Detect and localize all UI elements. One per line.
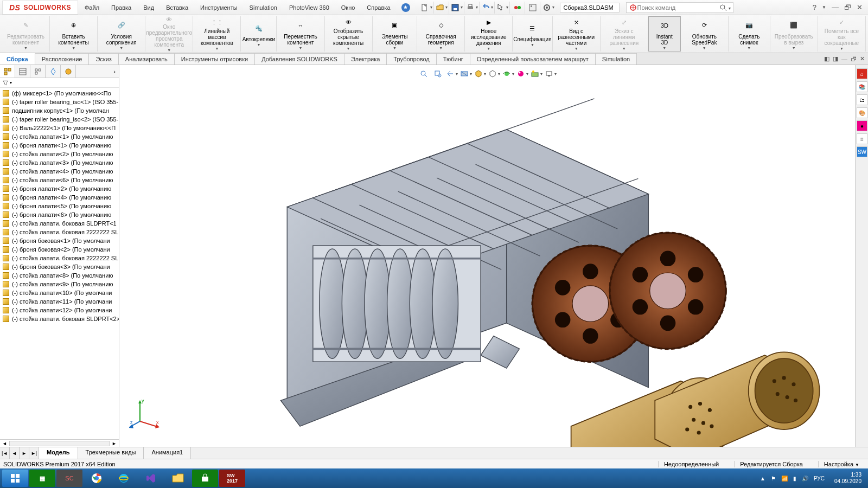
tree-item[interactable]: подшипник корпус<1> (По умолчан	[0, 106, 119, 115]
tree-item[interactable]: (-) броня лапати<6> (По умолчанию	[0, 210, 119, 219]
task-chrome-icon[interactable]	[84, 470, 110, 487]
motion-tab-анимация1[interactable]: Анимация1	[144, 447, 191, 459]
tree-item[interactable]: (-) стойка лапати<4> (По умолчанию	[0, 167, 119, 176]
menu-view[interactable]: Вид	[138, 2, 159, 13]
task-solidworks-icon[interactable]: SW2017	[219, 470, 245, 487]
ribbon-отобразить-скрытые-компон[interactable]: 👁Отобразить скрытые компоненты▼	[325, 16, 373, 52]
menu-help[interactable]: Справка	[361, 2, 395, 13]
feature-tree-tab[interactable]	[0, 65, 15, 78]
help-icon[interactable]: ★	[401, 3, 410, 12]
task-vs-icon[interactable]	[138, 470, 164, 487]
resources-tab-icon[interactable]: ⌂	[857, 68, 867, 79]
tree-item[interactable]: (-) стойка лапати<8> (По умолчанию	[0, 271, 119, 280]
ribbon-вставить-компоненты[interactable]: ⊕Вставить компоненты▼	[50, 16, 98, 52]
tree-item[interactable]: (-) стойка лапати<9> (По умолчанию	[0, 280, 119, 288]
system-tray[interactable]: ▲ ⚑ 📶 ▮ 🔊 РУС 1:33 04.09.2020	[760, 472, 866, 485]
task-app1-icon[interactable]: SC	[56, 470, 82, 487]
tab-добавления-solidworks[interactable]: Добавления SOLIDWORKS	[255, 53, 344, 65]
tab-simulation[interactable]: Simulation	[596, 53, 637, 65]
expand-panel-icon[interactable]: ›	[110, 65, 119, 78]
tree-item[interactable]: (-) стойка лапати. боковая 2222222 SLI	[0, 228, 119, 236]
ribbon-элементы-сборки[interactable]: ▣Элементы сборки▼	[373, 16, 418, 52]
ribbon-обновить-speedpak[interactable]: ⟳Обновить SpeedPak▼	[681, 16, 729, 52]
tree-item[interactable]: (-) стойка лапати<2> (По умолчанию	[0, 150, 119, 158]
tree-item[interactable]: (-) стойка лапати<6> (По умолчанию	[0, 176, 119, 184]
tab-тюбинг[interactable]: Тюбинг	[437, 53, 470, 65]
custom-props-icon[interactable]: ≡	[857, 133, 867, 144]
tray-volume-icon[interactable]: 🔊	[802, 476, 808, 481]
tab-prev-icon[interactable]: ◄	[10, 447, 20, 459]
motion-tab-модель[interactable]: Модель	[39, 447, 78, 459]
options-button[interactable]	[526, 2, 540, 14]
orientation-triad[interactable]: y x z	[129, 397, 162, 429]
tree-item[interactable]: (-) стойка лапати<12> (По умолчани	[0, 306, 119, 314]
ribbon-вид-с-разнесенными-частям[interactable]: ⤧Вид с разнесенными частями▼	[553, 16, 601, 52]
ribbon-автокрепежи[interactable]: 🔩Автокрепежи▼	[241, 16, 277, 52]
task-explorer-icon[interactable]	[165, 470, 191, 487]
tree-item[interactable]: (-) taper roller bearing_iso<1> (ISO 355…	[0, 98, 119, 106]
menu-window[interactable]: Окно	[336, 2, 361, 13]
config-manager-tab[interactable]	[30, 65, 46, 78]
tray-clock[interactable]: 1:33 04.09.2020	[830, 472, 866, 485]
tab-first-icon[interactable]: |◄	[0, 447, 10, 459]
menu-tools[interactable]: Инструменты	[195, 2, 243, 13]
tree-item[interactable]: (-) стойка лапати<10> (По умолчани	[0, 288, 119, 297]
scroll-right-icon[interactable]: ►	[110, 441, 119, 446]
search-dropdown-icon[interactable]	[727, 4, 731, 11]
scroll-left-icon[interactable]: ◄	[0, 441, 9, 446]
undo-button[interactable]	[481, 2, 495, 14]
search-icon[interactable]	[719, 3, 727, 12]
tab-next-icon[interactable]: ►	[20, 447, 29, 459]
tree-item[interactable]: (-) броня лапати<1> (По умолчанию	[0, 141, 119, 150]
ribbon-условия-сопряжения[interactable]: 🔗Условия сопряжения▼	[98, 16, 145, 52]
tree-item[interactable]: (-) стойка лапати. боковая SLDPRT<1	[0, 219, 119, 228]
tab-электрика[interactable]: Электрика	[344, 53, 387, 65]
new-doc-button[interactable]	[420, 2, 434, 14]
tree-item[interactable]: (-) броня боковая<3> (По умолчани	[0, 262, 119, 271]
ribbon-линейный-массив-компонент[interactable]: ⋮⋮Линейный массив компонентов▼	[193, 16, 241, 52]
start-button[interactable]	[2, 470, 28, 487]
status-custom[interactable]: Настройка ▼	[818, 461, 865, 467]
open-doc-button[interactable]	[435, 2, 449, 14]
property-manager-tab[interactable]	[15, 65, 30, 78]
menu-insert[interactable]: Вставка	[161, 2, 194, 13]
ribbon-спецификация[interactable]: ☰Спецификация▼	[513, 16, 552, 52]
ribbon-переместить-компонент[interactable]: ↔Переместить компонент▼	[277, 16, 324, 52]
tab-эскиз[interactable]: Эскиз	[89, 53, 118, 65]
appearance-tab[interactable]	[61, 65, 76, 78]
task-excel-icon[interactable]: ▦	[29, 470, 55, 487]
tab-last-icon[interactable]: ►|	[29, 447, 39, 459]
tab-сборка[interactable]: Сборка	[0, 53, 35, 65]
ribbon-новое-исследование-движен[interactable]: ▶Новое исследование движения▼	[465, 16, 513, 52]
graphics-viewport[interactable]: y x z	[119, 65, 855, 447]
tree-item[interactable]: (-) стойка лапати<3> (По умолчанию	[0, 158, 119, 167]
minimize-button[interactable]: —	[832, 3, 839, 11]
forum-icon[interactable]: SW	[857, 146, 867, 157]
tree-item[interactable]: (-) Валь22222<1> (По умолчанию<<П	[0, 124, 119, 132]
tree-filter-row[interactable]: ▾	[0, 78, 119, 88]
tray-battery-icon[interactable]: ▮	[793, 476, 796, 481]
rebuild-button[interactable]	[511, 2, 525, 14]
tab-анализировать[interactable]: Анализировать	[119, 53, 175, 65]
appearances-icon[interactable]: ●	[857, 120, 867, 131]
select-button[interactable]	[496, 2, 510, 14]
motion-tab-трехмерные виды[interactable]: Трехмерные виды	[78, 447, 144, 459]
menu-edit[interactable]: Правка	[106, 2, 137, 13]
doc-minimize-icon[interactable]: —	[841, 56, 847, 62]
ribbon-справочная-геометрия[interactable]: ◇Справочная геометрия▼	[417, 16, 465, 52]
tray-flag-icon[interactable]: ⚑	[771, 476, 776, 481]
feature-tree[interactable]: (ф) миксер<1> (По умолчанию<<По(-) taper…	[0, 88, 119, 439]
doc-restore-icon[interactable]: 🗗	[851, 56, 857, 62]
tree-item[interactable]: (-) броня боковая<2> (По умолчани	[0, 245, 119, 254]
tab-определенный-пользователем-маршрут[interactable]: Определенный пользователем маршрут	[470, 53, 596, 65]
tree-item[interactable]: (-) броня лапати<4> (По умолчанию	[0, 193, 119, 202]
doc-close-icon[interactable]: ✕	[860, 55, 865, 62]
tab-трубопровод[interactable]: Трубопровод	[387, 53, 436, 65]
panel-toggle-right-icon[interactable]: ◨	[833, 55, 838, 62]
tree-item[interactable]: (ф) миксер<1> (По умолчанию<<По	[0, 89, 119, 98]
print-button[interactable]	[465, 2, 480, 14]
file-explorer-icon[interactable]: 🗂	[857, 94, 867, 105]
tree-item[interactable]: (-) броня боковая<1> (По умолчани	[0, 236, 119, 245]
settings-button[interactable]	[541, 2, 556, 14]
dim-expert-tab[interactable]	[46, 65, 61, 78]
